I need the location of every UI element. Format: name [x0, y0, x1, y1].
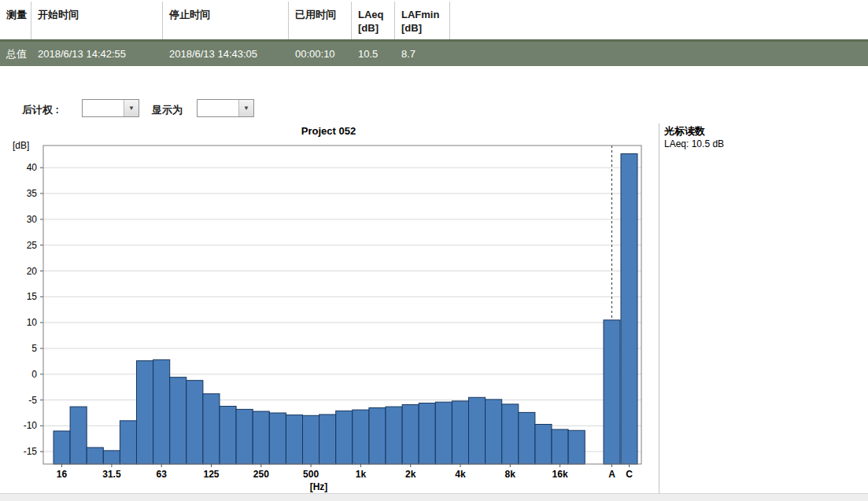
col-header-measurement: 测量 [0, 2, 31, 39]
spectrum-bar[interactable] [502, 404, 519, 464]
spectrum-bar[interactable] [153, 359, 170, 464]
results-table: 测量 开始时间 停止时间 已用时间 LAeq [dB] LAFmin [dB [0, 2, 868, 66]
stop-time-cell: 2018/6/13 14:43:05 [163, 48, 289, 60]
y-tick-label: 25 [27, 240, 38, 251]
cursor-panel-title: 光标读数 [664, 124, 705, 138]
table-row[interactable]: 总值 2018/6/13 14:42:55 2018/6/13 14:43:05… [0, 42, 868, 66]
spectrum-bar[interactable] [253, 411, 269, 464]
spectrum-bar[interactable] [353, 410, 369, 464]
horizontal-scrollbar-track [0, 493, 868, 501]
col-header-elapsed-time: 已用时间 [289, 2, 352, 39]
laeq-cell: 10.5 [352, 48, 395, 60]
x-tick-label: A [608, 469, 615, 480]
y-tick-label: 35 [27, 188, 38, 199]
post-weighting-select[interactable]: ▼ [82, 99, 139, 117]
col-header-sub: [dB] [358, 21, 391, 35]
spectrum-bar[interactable] [203, 394, 220, 464]
header-filler [450, 2, 868, 39]
chart-title: Project 052 [0, 125, 657, 137]
spectrum-bar[interactable] [435, 402, 452, 464]
spectrum-bar[interactable] [519, 412, 535, 464]
display-as-label: 显示为 [152, 103, 183, 117]
spectrum-bar[interactable] [220, 407, 236, 465]
post-weighting-value [83, 100, 124, 116]
y-tick-label: -15 [24, 446, 38, 457]
x-tick-label: 2k [405, 469, 416, 480]
table-header-row: 测量 开始时间 停止时间 已用时间 LAeq [dB] LAFmin [dB [0, 2, 868, 39]
spectrum-bar[interactable] [137, 361, 153, 464]
col-header-label: LAeq [358, 8, 391, 21]
broadband-bar[interactable] [621, 154, 637, 465]
measurement-cell: 总值 [0, 47, 31, 61]
x-tick-label: 4k [455, 469, 466, 480]
spectrum-bar[interactable] [87, 448, 103, 464]
display-as-value [198, 100, 238, 116]
col-header-laeq: LAeq [dB] [352, 2, 395, 39]
app-window: 测量 开始时间 停止时间 已用时间 LAeq [dB] LAFmin [dB [0, 0, 868, 501]
col-header-label: 停止时间 [169, 8, 285, 21]
spectrum-bar[interactable] [187, 381, 203, 464]
x-tick-label: 16k [552, 469, 568, 480]
spectrum-bar[interactable] [70, 407, 87, 464]
spectrum-bar[interactable] [386, 407, 402, 464]
x-tick-label: 8k [505, 469, 516, 480]
spectrum-bar[interactable] [336, 411, 353, 464]
x-axis-unit: [Hz] [310, 481, 328, 492]
spectrum-bar[interactable] [236, 409, 253, 464]
x-tick-label: 1k [356, 469, 367, 480]
col-header-start-time: 开始时间 [31, 2, 163, 39]
y-tick-label: 15 [27, 291, 38, 302]
broadband-bar[interactable] [604, 320, 620, 464]
y-tick-label: 5 [31, 343, 37, 354]
y-tick-label: 10 [27, 317, 38, 328]
spectrum-bar[interactable] [269, 413, 286, 464]
panel-divider [659, 123, 659, 493]
spectrum-bar[interactable] [535, 425, 552, 465]
spectrum-bar[interactable] [552, 429, 568, 464]
x-tick-label: 250 [253, 469, 269, 480]
y-tick-label: 0 [31, 369, 37, 380]
y-tick-label: 40 [27, 162, 38, 173]
spectrum-bar[interactable] [452, 401, 468, 464]
spectrum-bar[interactable] [54, 431, 70, 464]
chevron-down-icon[interactable]: ▼ [238, 100, 253, 116]
y-tick-label: 20 [27, 266, 38, 277]
col-header-sub: [dB] [401, 21, 446, 35]
spectrum-bar[interactable] [402, 405, 419, 465]
lafmin-cell: 8.7 [395, 48, 450, 60]
col-header-label: LAFmin [401, 8, 446, 21]
y-axis-unit: [dB] [13, 140, 29, 151]
y-tick-label: 30 [27, 214, 38, 225]
spectrum-bar[interactable] [170, 378, 187, 464]
cursor-reading: LAeq: 10.5 dB [664, 138, 724, 149]
x-tick-label: 63 [157, 469, 168, 480]
spectrum-bar[interactable] [319, 414, 336, 464]
col-header-label: 开始时间 [38, 8, 159, 21]
spectrum-bar[interactable] [369, 408, 386, 465]
spectrum-bar[interactable] [120, 421, 136, 464]
start-time-cell: 2018/6/13 14:42:55 [31, 48, 163, 60]
elapsed-time-cell: 00:00:10 [289, 48, 352, 60]
spectrum-bar[interactable] [103, 451, 120, 464]
x-tick-label: 16 [57, 469, 68, 480]
spectrum-chart[interactable]: 4035302520151050-5-10-15AC1631.563125250… [0, 138, 657, 496]
y-tick-label: -5 [28, 395, 37, 406]
x-tick-label: 500 [303, 469, 319, 480]
y-tick-label: -10 [24, 420, 38, 431]
col-header-label: 已用时间 [295, 8, 348, 21]
x-tick-label: C [626, 469, 633, 480]
spectrum-bar[interactable] [303, 415, 319, 464]
col-header-lafmin: LAFmin [dB] [395, 2, 450, 39]
spectrum-bar[interactable] [568, 430, 585, 464]
spectrum-bar[interactable] [286, 415, 302, 464]
x-tick-label: 125 [203, 469, 219, 480]
col-header-stop-time: 停止时间 [163, 2, 289, 39]
spectrum-bar[interactable] [419, 403, 435, 465]
spectrum-bar[interactable] [469, 397, 486, 464]
col-header-label: 测量 [6, 8, 28, 21]
chevron-down-icon[interactable]: ▼ [124, 100, 139, 116]
post-weighting-label: 后计权 : [22, 103, 59, 117]
x-tick-label: 31.5 [102, 469, 121, 480]
display-as-select[interactable]: ▼ [197, 99, 254, 117]
spectrum-bar[interactable] [486, 400, 502, 464]
